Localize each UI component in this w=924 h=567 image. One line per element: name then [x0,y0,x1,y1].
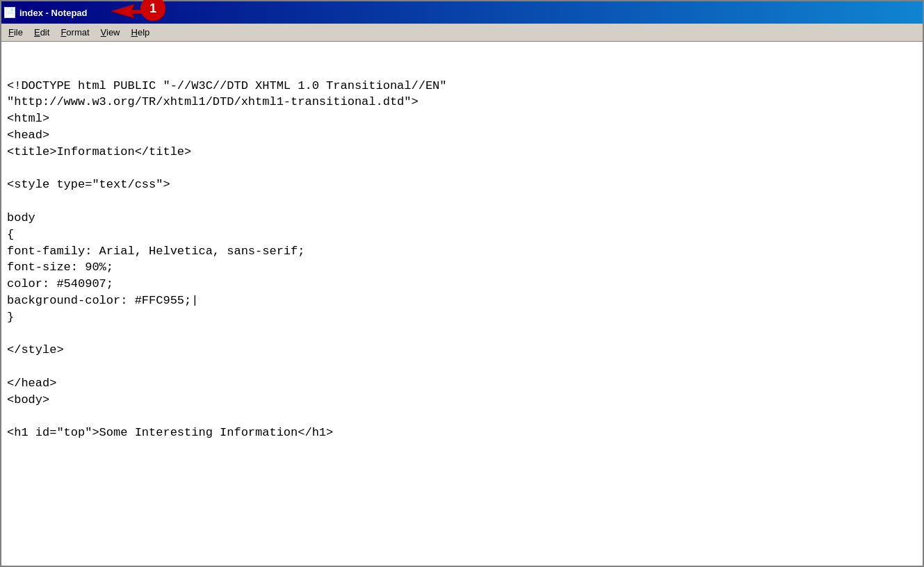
menu-edit[interactable]: Edit [29,25,55,40]
menu-format[interactable]: Format [55,25,95,40]
menu-view[interactable]: View [95,25,126,40]
menu-file[interactable]: File [3,25,29,40]
svg-marker-0 [111,4,145,18]
editor-area[interactable]: <!DOCTYPE html PUBLIC "-//W3C//DTD XHTML… [1,42,923,566]
editor-content: <!DOCTYPE html PUBLIC "-//W3C//DTD XHTML… [7,78,917,442]
app-icon: 📄 [4,7,15,18]
notepad-window: 📄 index - Notepad 1 File Edit Format Vie… [0,0,924,567]
menu-bar: File Edit Format View Help [1,24,923,42]
annotation-badge-1: 1 [140,0,165,21]
title-bar: 📄 index - Notepad 1 [1,1,923,24]
menu-help[interactable]: Help [126,25,156,40]
